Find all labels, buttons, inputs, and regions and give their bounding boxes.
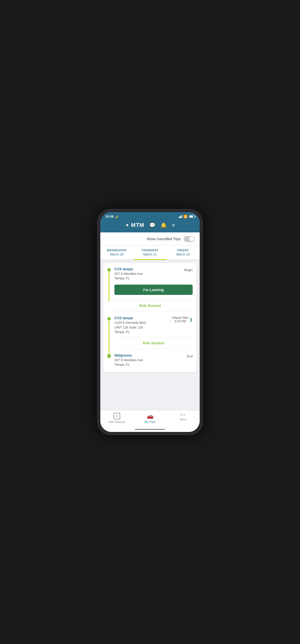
spacer [107, 313, 193, 316]
menu-icon[interactable]: ≡ [172, 222, 175, 228]
im-leaving-button[interactable]: I'm Leaving [114, 285, 193, 295]
nav-my-trips[interactable]: 🚗 My Trips [133, 413, 167, 423]
stop-3-content: Walgreens 207 N Meridian AveTampa, FL [114, 353, 184, 367]
status-icons: 📶 [178, 215, 195, 218]
stop-3: Walgreens 207 N Meridian AveTampa, FL En… [107, 353, 193, 368]
stop-1-address: 207 N Meridian AveTampa, FL [114, 272, 182, 281]
thursday-date: March 21 [135, 252, 165, 256]
stop-2-address: 1120 E Kennedy BlvdUNIT 126 Suite 126Tam… [114, 320, 170, 334]
thursday-label: THURSDAY [135, 249, 165, 252]
logo-area: ✦ MTM [125, 222, 144, 228]
home-bar [135, 429, 165, 430]
cancelled-trips-toggle[interactable] [184, 236, 195, 242]
stop-3-name: Walgreens [114, 353, 184, 357]
ride-booked-2: Ride Booked [114, 337, 193, 349]
main-content: CVS tampa 207 N Meridian AveTampa, FL Be… [100, 260, 200, 410]
more-icon: ••• [180, 413, 186, 417]
stop-2-dot [107, 317, 111, 320]
nav-new-request[interactable]: + New Request [100, 413, 133, 423]
time-display: 10:08 [105, 215, 114, 218]
toggle-knob [189, 236, 194, 241]
bottom-nav: + New Request 🚗 My Trips ••• More [100, 410, 200, 428]
wednesday-date: March 20 [102, 252, 131, 256]
logo-text: MTM [131, 222, 144, 228]
timeline-line-2 [109, 320, 109, 355]
chat-icon[interactable]: 💬 [149, 222, 156, 228]
depart-time-area[interactable]: Depart After 6:15 PM ❯ [170, 316, 193, 323]
stop-1-dot [107, 268, 111, 272]
app-header: ✦ MTM 💬 🔔 ≡ [100, 219, 200, 232]
toggle-label: Show Cancelled Trips [147, 237, 181, 241]
trip-card: CVS tampa 207 N Meridian AveTampa, FL Be… [103, 263, 197, 372]
timeline-line-1 [109, 272, 109, 301]
depart-chevron-icon: ❯ [189, 317, 193, 322]
stop-1-name: CVS tampa [114, 267, 182, 271]
status-time: 10:08 🌙 [105, 215, 118, 218]
stop-3-status: End [187, 353, 193, 358]
moon-icon: 🌙 [115, 215, 118, 218]
stop-1-content: CVS tampa 207 N Meridian AveTampa, FL [114, 267, 182, 281]
friday-label: FRIDAY [169, 249, 198, 252]
ride-booked-label-2: Ride Booked [114, 340, 193, 347]
battery-icon [189, 215, 195, 218]
stop-1: CVS tampa 207 N Meridian AveTampa, FL Be… [107, 267, 193, 298]
stop-3-dot [107, 354, 111, 358]
phone-frame: 10:08 🌙 📶 ✦ MTM 💬 [97, 209, 203, 435]
tab-thursday[interactable]: THURSDAY March 21 [133, 246, 167, 260]
signal-icon [178, 215, 182, 218]
depart-label: Depart After [172, 316, 188, 319]
nav-new-request-label: New Request [109, 420, 125, 423]
stop-2-name: CVS tampa [114, 316, 170, 320]
home-indicator [100, 428, 200, 432]
nav-more[interactable]: ••• More [167, 413, 200, 423]
logo-bird-icon: ✦ [125, 222, 129, 228]
bell-icon[interactable]: 🔔 [161, 222, 167, 228]
day-tabs: WEDNESDAY March 20 THURSDAY March 21 FRI… [100, 246, 200, 260]
nav-more-label: More [180, 418, 186, 421]
wednesday-label: WEDNESDAY [102, 249, 131, 252]
ride-booked-label-1: Ride Booked [107, 302, 193, 309]
stop-2-content: CVS tampa 1120 E Kennedy BlvdUNIT 126 Su… [114, 316, 170, 334]
friday-date: March 22 [169, 252, 198, 256]
stop-2: CVS tampa 1120 E Kennedy BlvdUNIT 126 Su… [107, 316, 193, 335]
toggle-bar: Show Cancelled Trips [100, 232, 200, 246]
my-trips-icon: 🚗 [147, 413, 154, 419]
status-bar: 10:08 🌙 📶 [100, 212, 200, 219]
new-request-icon: + [114, 413, 120, 419]
ride-booked-1: Ride Booked [107, 300, 193, 311]
spacer-2 [107, 351, 193, 353]
nav-my-trips-label: My Trips [145, 420, 155, 423]
depart-time: 6:15 PM [172, 319, 188, 323]
tab-friday[interactable]: FRIDAY March 22 [167, 246, 200, 260]
stop-3-address: 207 N Meridian AveTampa, FL [114, 358, 184, 367]
phone-screen: 10:08 🌙 📶 ✦ MTM 💬 [100, 212, 200, 432]
stop-1-status: Begin [184, 267, 193, 272]
wifi-icon: 📶 [183, 215, 187, 218]
tab-wednesday[interactable]: WEDNESDAY March 20 [100, 246, 133, 260]
